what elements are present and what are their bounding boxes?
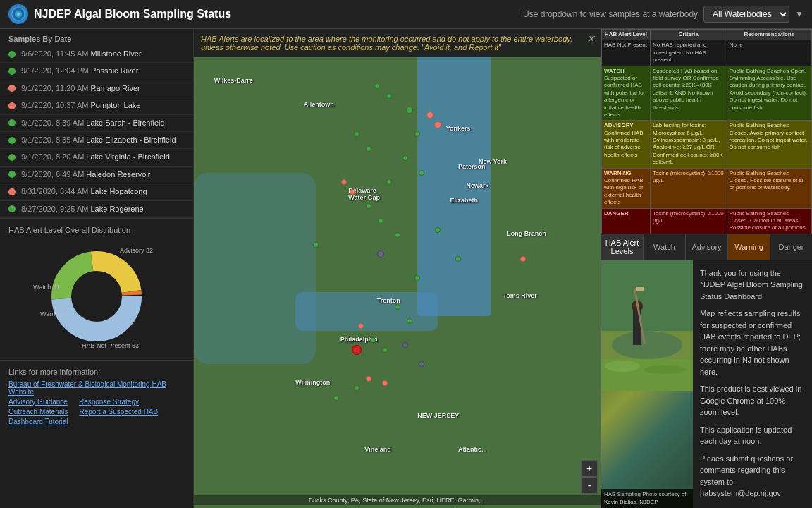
- map-pin-12[interactable]: [395, 232, 400, 238]
- sample-item-3[interactable]: 9/1/2020, 10:37 AM Pompton Lake: [0, 97, 193, 114]
- sample-name-9: Lake Rogerene: [90, 205, 143, 213]
- cell-danger-criteria: Toxins (microcystins): ≥1000 µg/L: [650, 208, 727, 234]
- map-attribution: Bucks County, PA, State of New Jersey, E…: [194, 495, 601, 505]
- zoom-out-button[interactable]: -: [581, 477, 598, 494]
- sample-item-8[interactable]: 8/31/2020, 8:44 AM Lake Hopatcong: [0, 183, 193, 200]
- chart-section: HAB Alert Level Overall Distribution Wat…: [0, 218, 193, 360]
- map-pin-b2[interactable]: [402, 342, 408, 348]
- sample-time-6: 9/1/2020, 8:20 AM: [21, 152, 86, 161]
- tab-watch[interactable]: Watch: [644, 234, 686, 260]
- sample-item-5[interactable]: 9/1/2020, 8:35 AM Lake Elizabeth - Birch…: [0, 132, 193, 149]
- map-pin-o8[interactable]: [520, 256, 526, 262]
- map-pin-6[interactable]: [414, 131, 420, 137]
- map-pin-o7[interactable]: [382, 380, 388, 386]
- sample-dot-5: [8, 137, 16, 144]
- map-pin-9[interactable]: [386, 179, 392, 185]
- photo-image: [601, 260, 693, 494]
- map-pin-o6[interactable]: [366, 376, 371, 382]
- map-pin-13[interactable]: [435, 227, 441, 233]
- map-pin-3[interactable]: [406, 107, 413, 114]
- sample-dot-9: [8, 205, 16, 212]
- map-terrain[interactable]: Yonkers Paterson Elizabeth Newark New Yo…: [194, 29, 601, 508]
- map-pin-8[interactable]: [419, 170, 424, 176]
- sample-item-4[interactable]: 9/1/2020, 8:39 AM Lake Sarah - Birchfiel…: [0, 115, 193, 132]
- page-title: NJDEP Algal Bloom Sampling Status: [34, 8, 231, 20]
- map-pin-18[interactable]: [370, 337, 376, 343]
- sample-text-5: 9/1/2020, 8:35 AM Lake Elizabeth - Birch…: [21, 135, 176, 145]
- sample-item-1[interactable]: 9/1/2020, 12:04 PM Passaic River: [0, 63, 193, 80]
- sample-dot-7: [8, 171, 16, 178]
- link-advisory[interactable]: Advisory Guidance: [8, 398, 68, 406]
- text-paragraph-0: Thank you for using the NJDEP Algal Bloo…: [700, 267, 805, 303]
- text-paragraph-3: This application is updated each day at …: [700, 424, 805, 447]
- map-pin-o1[interactable]: [426, 111, 433, 119]
- waterbody-dropdown[interactable]: All Waterbodies: [703, 6, 789, 23]
- sample-time-0: 9/6/2020, 11:45 AM: [21, 49, 90, 58]
- sample-item-0[interactable]: 9/6/2020, 11:45 AM Millstone River: [0, 46, 193, 63]
- map-pin-15[interactable]: [414, 275, 420, 281]
- sample-name-4: Lake Sarah - Birchfield: [86, 119, 164, 127]
- links-row-2: Advisory Guidance Response Strategy: [8, 398, 185, 406]
- tab-warning[interactable]: Warning: [728, 234, 770, 260]
- map-pin-19[interactable]: [382, 347, 388, 353]
- tab-advisory[interactable]: Advisory: [686, 234, 728, 260]
- cell-watch-criteria: Suspected HAB based on field survey OR C…: [650, 66, 727, 121]
- link-response[interactable]: Response Strategy: [79, 398, 139, 406]
- map-pin-o4[interactable]: [350, 189, 355, 195]
- cell-advisory-rec: Public Bathing Beaches Closed. Avoid pri…: [727, 121, 811, 168]
- header-right: Use dropdown to view samples at a waterb…: [523, 6, 804, 23]
- map-pin-b3[interactable]: [419, 361, 424, 367]
- sample-item-9[interactable]: 8/27/2020, 9:25 AM Lake Rogerene: [0, 201, 193, 218]
- map-pin-b1[interactable]: [377, 250, 384, 258]
- map-pin-17[interactable]: [407, 318, 412, 324]
- zoom-in-button[interactable]: +: [581, 460, 598, 477]
- col-recommendations: Recommendations: [727, 30, 811, 40]
- map-pin-5[interactable]: [366, 146, 371, 152]
- right-content: HAB Sampling Photo courtesy of Kevin Bia…: [601, 260, 812, 508]
- cell-warning-rec: Public Bathing Beaches Closed. Possible …: [727, 168, 811, 208]
- map-pin-1[interactable]: [374, 83, 380, 89]
- sample-text-4: 9/1/2020, 8:39 AM Lake Sarah - Birchfiel…: [21, 118, 165, 128]
- sample-name-3: Pompton Lake: [90, 101, 140, 109]
- links-row-4: Dashboard Tutorial: [8, 418, 185, 425]
- map-pin-o2[interactable]: [434, 121, 441, 128]
- tab-danger[interactable]: Danger: [770, 234, 812, 260]
- sample-time-5: 9/1/2020, 8:35 AM: [21, 135, 86, 144]
- sample-item-2[interactable]: 9/1/2020, 11:20 AM Ramapo River: [0, 80, 193, 97]
- map-pin-20[interactable]: [354, 385, 359, 391]
- map-pin-11[interactable]: [378, 218, 383, 224]
- svg-point-7: [72, 272, 121, 321]
- map-pin-4[interactable]: [354, 131, 359, 137]
- map-pin-10[interactable]: [366, 203, 371, 209]
- sample-text-7: 9/1/2020, 6:49 AM Haledon Reservoir: [21, 169, 150, 180]
- sample-text-2: 9/1/2020, 11:20 AM Ramapo River: [21, 83, 140, 94]
- map-pin-21[interactable]: [333, 395, 339, 401]
- map-pin-7[interactable]: [402, 155, 408, 161]
- map-pin-16[interactable]: [395, 304, 400, 310]
- sample-item-6[interactable]: 9/1/2020, 8:20 AM Lake Virginia - Birchf…: [0, 149, 193, 166]
- dropdown-arrow-icon: ▼: [795, 9, 804, 19]
- map-pin-o5[interactable]: [358, 323, 364, 329]
- link-report[interactable]: Report a Suspected HAB: [79, 408, 158, 416]
- map-pin-14[interactable]: [455, 256, 461, 262]
- chart-label-habnp: HAB Not Present 63: [82, 342, 139, 349]
- svg-point-16: [605, 361, 640, 372]
- map-container[interactable]: HAB Alerts are localized to the area whe…: [194, 29, 601, 508]
- sample-item-7[interactable]: 9/1/2020, 6:49 AM Haledon Reservoir: [0, 167, 193, 183]
- link-outreach[interactable]: Outreach Materials: [8, 408, 68, 416]
- map-pin-r1[interactable]: [352, 345, 362, 355]
- link-dashboard[interactable]: Dashboard Tutorial: [8, 418, 68, 425]
- cell-habnp-rec: None: [727, 40, 811, 66]
- link-bureau[interactable]: Bureau of Freshwater & Biological Monito…: [8, 380, 185, 396]
- map-pin-2[interactable]: [386, 93, 392, 99]
- col-criteria: Criteria: [650, 30, 727, 40]
- map-notice: HAB Alerts are localized to the area whe…: [194, 29, 601, 57]
- links-row-3: Outreach Materials Report a Suspected HA…: [8, 408, 185, 416]
- map-pin-22[interactable]: [313, 242, 319, 248]
- map-pin-o3[interactable]: [341, 179, 347, 185]
- water-delaware: [194, 173, 316, 365]
- hab-table-section: HAB Alert Level Criteria Recommendations…: [601, 29, 812, 234]
- donut-chart: Watch 31 Advisory 32 Warning 2 HAB Not P…: [40, 240, 153, 353]
- close-notice-button[interactable]: ✕: [586, 33, 595, 44]
- tab-hab-alert-levels[interactable]: HAB Alert Levels: [601, 234, 644, 260]
